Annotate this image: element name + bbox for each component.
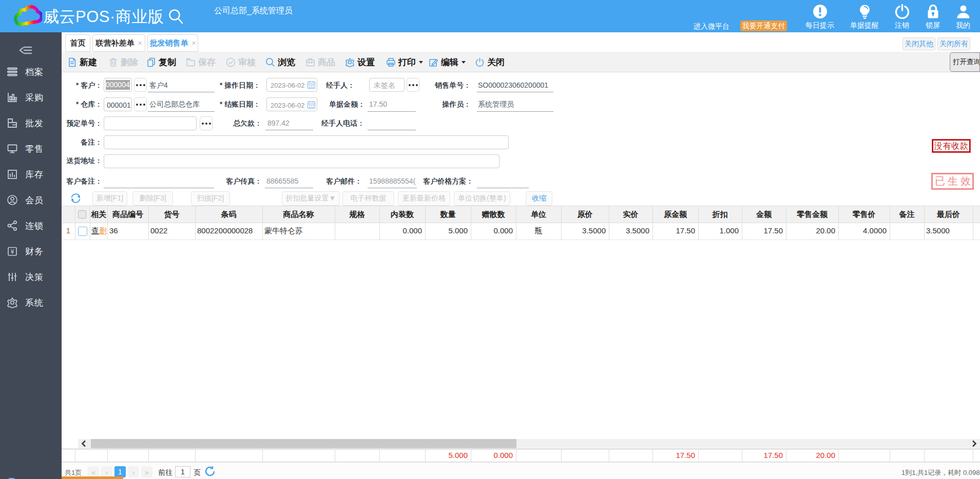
svg-text:¥: ¥: [10, 248, 14, 255]
